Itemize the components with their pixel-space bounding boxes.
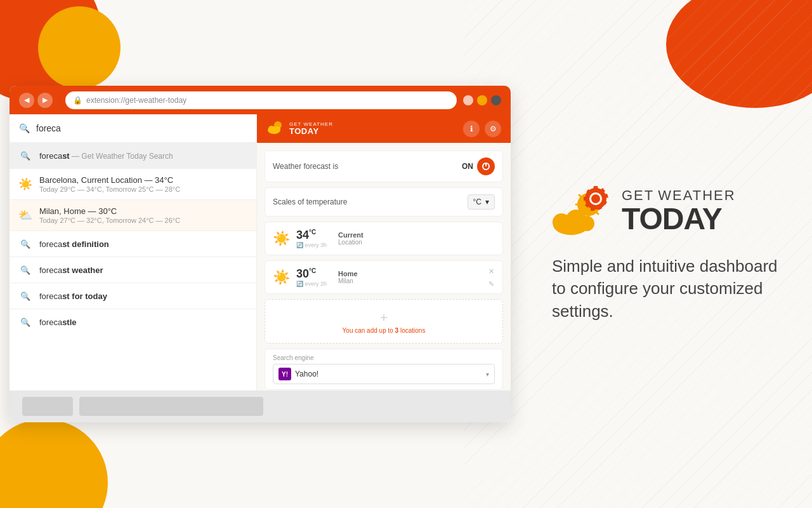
browser-bottom-bar: [10, 391, 511, 422]
dropdown-item-content: forecast definition: [39, 239, 247, 249]
scales-label: Scales of temperature: [273, 197, 347, 206]
sun-cloud-icon: ⛅: [19, 209, 32, 222]
list-item[interactable]: ⛅ Milan, Home — 30°C Today 27°C — 32°C, …: [10, 200, 256, 231]
item-normal: foreca: [39, 265, 62, 275]
location-weather-icon: ☀️: [273, 269, 290, 286]
info-button[interactable]: ℹ: [463, 121, 480, 137]
tagline: Simple and intuitive dashboard to config…: [552, 255, 780, 322]
logo-cloud-icon: [266, 120, 284, 134]
logo-gear-svg: [582, 185, 609, 212]
add-plus-icon: ＋: [377, 309, 390, 326]
temp-scale-select[interactable]: °C ▾: [468, 194, 495, 210]
close-location-button[interactable]: ✕: [486, 266, 496, 276]
extension-panel: GET WEATHER TODAY ℹ ⚙ Weathe: [257, 114, 511, 422]
item-normal: foreca: [39, 291, 62, 301]
power-icon: [481, 162, 490, 171]
search-icon: 🔍: [19, 237, 32, 250]
search-engine-select[interactable]: Y! Yahoo! ▾: [273, 364, 495, 384]
item-title: Barcelona, Current Location — 34°C: [39, 175, 247, 185]
weather-forecast-row: Weather forecast is ON: [265, 150, 503, 182]
dropdown-item-content: forecast — Get Weather Today Search: [39, 151, 247, 161]
toggle-button[interactable]: ON: [462, 157, 495, 175]
list-item[interactable]: ☀️ Barcelona, Current Location — 34°C To…: [10, 169, 256, 199]
toggle-circle[interactable]: [477, 157, 495, 175]
ext-body: Weather forecast is ON: [257, 143, 511, 405]
bottom-tab-2: [79, 397, 263, 416]
browser-nav: ◀ ▶: [19, 93, 53, 108]
browser-window: ◀ ▶ 🔒 extension://get-weather-today: [10, 86, 511, 422]
ext-logo-main: TODAY: [289, 127, 333, 135]
weather-forecast-label: Weather forecast is: [273, 162, 338, 171]
browser-content: 🔍 foreca 🔍 forecast — Get Weather Today …: [10, 114, 511, 422]
search-icon: 🔍: [19, 316, 32, 328]
temp-scale-value: °C: [473, 197, 481, 206]
location-temp-info: 34°C 🔄 every 3h: [296, 229, 327, 248]
add-text-prefix: You can add up to: [343, 327, 393, 334]
location-card-1: ☀️ 34°C 🔄 every 3h Current Location: [265, 222, 503, 255]
left-panel: ◀ ▶ 🔒 extension://get-weather-today: [0, 0, 520, 508]
svg-point-2: [268, 126, 275, 132]
list-item[interactable]: 🔍 forecast definition: [10, 231, 256, 257]
svg-point-3: [275, 126, 280, 131]
item-title: forecast for today: [39, 291, 247, 301]
add-location-text: You can add up to 3 locations: [343, 327, 426, 334]
dot-2: [477, 95, 487, 105]
se-left: Y! Yahoo!: [278, 368, 318, 380]
ext-logo-text: GET WEATHER TODAY: [289, 122, 333, 135]
chevron-down-icon: ▾: [486, 371, 489, 378]
search-engine-row: Search engine Y! Yahoo! ▾: [265, 349, 503, 390]
dropdown-list: 🔍 forecast — Get Weather Today Search ☀️: [10, 143, 256, 422]
location-name: Home: [338, 270, 358, 277]
nav-back-button[interactable]: ◀: [19, 93, 34, 108]
bottom-tab-1: [22, 397, 73, 416]
search-icon: 🔍: [19, 290, 32, 302]
location-actions: ✕ ✎: [486, 266, 496, 289]
svg-point-21: [591, 194, 600, 203]
location-temp-info: 30°C 🔄 every 2h: [296, 267, 327, 287]
sun-icon: ☀️: [19, 178, 32, 190]
list-item[interactable]: 🔍 forecast — Get Weather Today Search: [10, 143, 256, 168]
item-normal: foreca: [39, 239, 62, 249]
browser-titlebar: ◀ ▶ 🔒 extension://get-weather-today: [10, 86, 511, 114]
chevron-down-icon: ▾: [485, 197, 489, 206]
settings-button[interactable]: ⚙: [485, 121, 501, 137]
item-text-normal: foreca: [39, 151, 62, 161]
item-title: Milan, Home — 30°C: [39, 206, 247, 216]
item-bold: stle: [62, 318, 76, 327]
search-engine-label: Search engine: [273, 354, 495, 361]
search-icon: 🔍: [19, 123, 30, 133]
add-location-card[interactable]: ＋ You can add up to 3 locations: [265, 299, 503, 344]
dropdown-item-content: Barcelona, Current Location — 34°C Today…: [39, 175, 247, 193]
list-item[interactable]: 🔍 forecastle: [10, 309, 256, 335]
item-title: forecast weather: [39, 265, 247, 275]
logo-text-area: GET WEATHER TODAY: [622, 187, 736, 234]
item-bold: st weather: [62, 265, 103, 275]
item-text-bold: st: [62, 151, 70, 161]
item-subtitle: Today 27°C — 32°C, Tomorrow 24°C — 26°C: [39, 217, 247, 224]
location-update: 🔄 every 2h: [296, 281, 327, 287]
ext-header-actions: ℹ ⚙: [463, 121, 501, 137]
svg-point-18: [579, 216, 594, 231]
dropdown-item-content: forecast weather: [39, 265, 247, 275]
edit-location-button[interactable]: ✎: [486, 279, 496, 289]
list-item[interactable]: 🔍 forecast for today: [10, 283, 256, 309]
nav-forward-button[interactable]: ▶: [37, 93, 53, 108]
search-input-display: foreca: [36, 123, 61, 133]
add-text-suffix: locations: [400, 327, 425, 334]
dot-3: [491, 95, 501, 105]
logo-today-text: TODAY: [622, 204, 736, 234]
location-update: 🔄 every 3h: [296, 242, 327, 248]
logo-icon-area: [552, 185, 609, 236]
location-weather-icon: ☀️: [273, 231, 290, 247]
item-title: forecast — Get Weather Today Search: [39, 151, 247, 161]
search-icon: 🔍: [19, 149, 32, 162]
dropdown-item-content: forecast for today: [39, 291, 247, 301]
address-bar[interactable]: 🔒 extension://get-weather-today: [65, 91, 457, 109]
dot-1: [463, 95, 473, 105]
svg-line-11: [579, 195, 582, 197]
item-bold: st definition: [62, 239, 109, 249]
list-item[interactable]: 🔍 forecast weather: [10, 257, 256, 283]
search-bar: 🔍 foreca: [10, 114, 256, 143]
logo-area: GET WEATHER TODAY: [552, 185, 780, 236]
location-subname: Milan: [338, 277, 358, 284]
